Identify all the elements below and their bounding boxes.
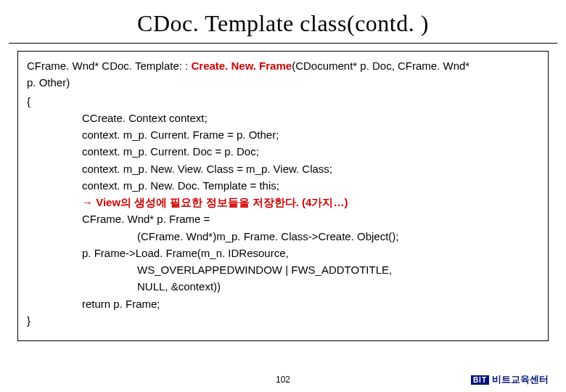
- code-line: p. Frame->Load. Frame(m_n. IDResource,: [82, 245, 539, 261]
- code-line: context. m_p. Current. Frame = p. Other;: [82, 126, 539, 143]
- brace-open: {: [27, 93, 539, 110]
- signature-line-2: p. Other): [27, 74, 539, 91]
- code-comment-red: → View의 생성에 필요한 정보들을 저장한다. (4가지…): [82, 194, 539, 211]
- slide-title: CDoc. Template class(contd. ): [0, 0, 566, 41]
- code-line: CCreate. Context context;: [82, 110, 539, 126]
- brand-logo-icon: BIT: [471, 375, 489, 385]
- brand-text: 비트교육센터: [492, 373, 549, 386]
- code-line-indented: NULL, &context)): [82, 278, 539, 295]
- comment-text: View의 생성에 필요한 정보들을 저장한다. (4가지…): [93, 196, 348, 208]
- sig-text-1: CFrame. Wnd* CDoc. Template: :: [27, 60, 191, 72]
- code-body: CCreate. Context context; context. m_p. …: [27, 110, 539, 312]
- title-rule: [9, 43, 557, 44]
- sig-method-name: Create. New. Frame: [191, 60, 292, 72]
- code-line: context. m_p. New. Doc. Template = this;: [82, 177, 539, 194]
- code-line: context. m_p. Current. Doc = p. Doc;: [82, 143, 539, 160]
- brace-close: }: [27, 312, 539, 329]
- code-line-indented: (CFrame. Wnd*)m_p. Frame. Class->Create.…: [82, 228, 539, 245]
- code-line: CFrame. Wnd* p. Frame =: [82, 211, 539, 227]
- code-line: context. m_p. New. View. Class = m_p. Vi…: [82, 160, 539, 177]
- code-line: return p. Frame;: [82, 295, 539, 312]
- code-box: CFrame. Wnd* CDoc. Template: : Create. N…: [17, 51, 549, 341]
- brand: BIT 비트교육센터: [471, 373, 549, 386]
- code-line-indented: WS_OVERLAPPEDWINDOW | FWS_ADDTOTITLE,: [82, 261, 539, 278]
- sig-text-2: (CDocument* p. Doc, CFrame. Wnd*: [292, 60, 469, 72]
- arrow-icon: →: [82, 196, 93, 208]
- signature-line-1: CFrame. Wnd* CDoc. Template: : Create. N…: [27, 57, 539, 74]
- slide: CDoc. Template class(contd. ) CFrame. Wn…: [0, 0, 566, 392]
